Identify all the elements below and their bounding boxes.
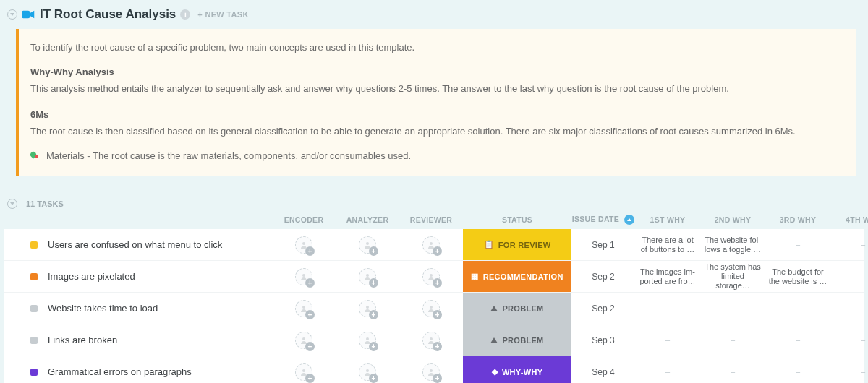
warning-icon xyxy=(490,337,498,343)
table-row[interactable]: Users are confused on what menu to click… xyxy=(4,229,864,261)
why-cell[interactable]: – xyxy=(765,240,830,249)
assign-person-button[interactable] xyxy=(359,363,376,381)
why-cell[interactable]: – xyxy=(765,335,830,345)
issue-date-cell[interactable]: Sep 4 xyxy=(571,367,635,377)
why-cell[interactable]: – xyxy=(635,304,700,313)
col-3rd-why[interactable]: 3RD WHY xyxy=(765,215,830,224)
info-icon[interactable]: i xyxy=(180,9,190,20)
svg-point-9 xyxy=(430,306,433,309)
status-label: PROBLEM xyxy=(502,336,543,345)
status-badge[interactable]: 📋FOR REVIEW xyxy=(463,229,571,260)
why-cell[interactable]: The system has limited storage… xyxy=(700,262,765,291)
task-title: Users are confused on what menu to click xyxy=(48,239,222,250)
status-glyph-icon: ◆ xyxy=(492,367,498,376)
collapse-toggle-icon[interactable] xyxy=(7,9,17,20)
why-cell[interactable]: The images im­ported are fro… xyxy=(635,267,700,286)
assign-person-button[interactable] xyxy=(295,300,312,317)
table-header-row: ENCODER ANALYZER REVIEWER STATUS ISSUE D… xyxy=(4,215,864,229)
col-issue-date[interactable]: ISSUE DATE xyxy=(571,215,635,225)
issue-date-cell[interactable]: Sep 2 xyxy=(571,272,635,282)
why-cell[interactable]: The budget for the website is … xyxy=(765,267,830,286)
assign-person-button[interactable] xyxy=(422,300,440,317)
table-row[interactable]: Links are brokenPROBLEMSep 3–––– xyxy=(4,324,864,356)
svg-point-7 xyxy=(302,306,305,309)
issue-date-cell[interactable]: Sep 2 xyxy=(571,304,635,314)
tasks-table: ENCODER ANALYZER REVIEWER STATUS ISSUE D… xyxy=(4,215,864,383)
leaf-icon xyxy=(30,150,41,160)
assign-person-button[interactable] xyxy=(295,363,312,381)
assign-person-button[interactable] xyxy=(422,268,440,285)
col-4th-way[interactable]: 4TH WAY xyxy=(830,215,868,224)
new-task-button[interactable]: + NEW TASK xyxy=(197,10,248,19)
status-badge[interactable]: PROBLEM xyxy=(463,324,571,356)
why-cell[interactable]: – xyxy=(830,272,868,281)
why-cell[interactable]: – xyxy=(765,367,830,376)
assign-person-button[interactable] xyxy=(422,363,440,381)
why-cell[interactable]: – xyxy=(635,335,700,345)
sort-asc-icon[interactable] xyxy=(624,215,634,225)
task-title-cell[interactable]: Links are broken xyxy=(4,335,272,345)
why-cell[interactable]: – xyxy=(700,367,765,376)
description-intro: To identify the root cause of a specific… xyxy=(30,40,842,55)
status-badge[interactable]: PROBLEM xyxy=(463,293,571,324)
assign-person-button[interactable] xyxy=(359,268,376,285)
description-section2-title: 6Ms xyxy=(30,108,842,122)
table-row[interactable]: Website takes time to loadPROBLEMSep 2––… xyxy=(4,293,864,324)
why-cell[interactable]: – xyxy=(635,367,700,376)
why-cell[interactable]: – xyxy=(765,304,830,313)
status-label: FOR REVIEW xyxy=(498,241,551,249)
svg-point-8 xyxy=(366,306,369,309)
description-section2-body: The root cause is then classified based … xyxy=(30,124,842,139)
table-row[interactable]: Grammatical errors on paragraphs◆WHY-WHY… xyxy=(4,356,864,383)
why-cell[interactable]: – xyxy=(830,335,868,345)
assign-person-button[interactable] xyxy=(295,236,312,254)
svg-point-6 xyxy=(430,274,433,277)
status-badge[interactable]: ◆WHY-WHY xyxy=(463,356,571,383)
col-1st-why[interactable]: 1ST WHY xyxy=(635,215,700,224)
status-glyph-icon: ▦ xyxy=(471,272,478,281)
col-encoder[interactable]: ENCODER xyxy=(272,215,336,224)
svg-point-14 xyxy=(366,369,369,372)
why-cell[interactable]: – xyxy=(830,304,868,313)
svg-point-10 xyxy=(302,337,305,340)
assign-person-button[interactable] xyxy=(359,236,376,254)
assign-person-button[interactable] xyxy=(422,332,440,349)
col-analyzer[interactable]: ANALYZER xyxy=(336,215,399,224)
task-title: Images are pixelated xyxy=(48,271,135,282)
task-title-cell[interactable]: Website takes time to load xyxy=(4,303,272,314)
svg-point-3 xyxy=(430,242,433,245)
why-cell[interactable]: – xyxy=(830,367,868,376)
svg-point-13 xyxy=(302,369,305,372)
task-color-icon xyxy=(30,337,38,344)
tasks-collapse-icon[interactable] xyxy=(7,199,17,209)
why-cell[interactable]: There are a lot of buttons to … xyxy=(635,236,700,254)
video-icon xyxy=(22,9,35,20)
assign-person-button[interactable] xyxy=(295,268,312,285)
page-title: IT Root Cause Analysis xyxy=(40,7,176,22)
assign-person-button[interactable] xyxy=(422,236,440,254)
svg-point-4 xyxy=(302,274,305,277)
why-cell[interactable]: – xyxy=(830,240,868,249)
col-reviewer[interactable]: REVIEWER xyxy=(399,215,463,224)
why-cell[interactable]: The website fol­lows a toggle … xyxy=(700,236,765,254)
task-title-cell[interactable]: Users are confused on what menu to click xyxy=(4,239,272,250)
table-row[interactable]: Images are pixelated▦RECOMMENDATIONSep 2… xyxy=(4,261,864,293)
description-materials: Materials - The root cause is the raw ma… xyxy=(46,149,411,163)
col-status[interactable]: STATUS xyxy=(463,215,571,224)
task-color-icon xyxy=(30,241,38,249)
issue-date-cell[interactable]: Sep 3 xyxy=(571,335,635,345)
task-title: Website takes time to load xyxy=(48,303,158,314)
task-title-cell[interactable]: Images are pixelated xyxy=(4,271,272,282)
issue-date-cell[interactable]: Sep 1 xyxy=(571,240,635,250)
status-label: RECOMMENDATION xyxy=(483,272,563,281)
task-title-cell[interactable]: Grammatical errors on paragraphs xyxy=(4,366,272,377)
description-panel: To identify the root cause of a specific… xyxy=(16,29,856,176)
why-cell[interactable]: – xyxy=(700,335,765,345)
status-badge[interactable]: ▦RECOMMENDATION xyxy=(463,261,571,292)
task-color-icon xyxy=(30,369,38,376)
why-cell[interactable]: – xyxy=(700,304,765,313)
assign-person-button[interactable] xyxy=(359,300,376,317)
assign-person-button[interactable] xyxy=(359,332,376,349)
col-2nd-why[interactable]: 2ND WHY xyxy=(700,215,765,224)
assign-person-button[interactable] xyxy=(295,332,312,349)
